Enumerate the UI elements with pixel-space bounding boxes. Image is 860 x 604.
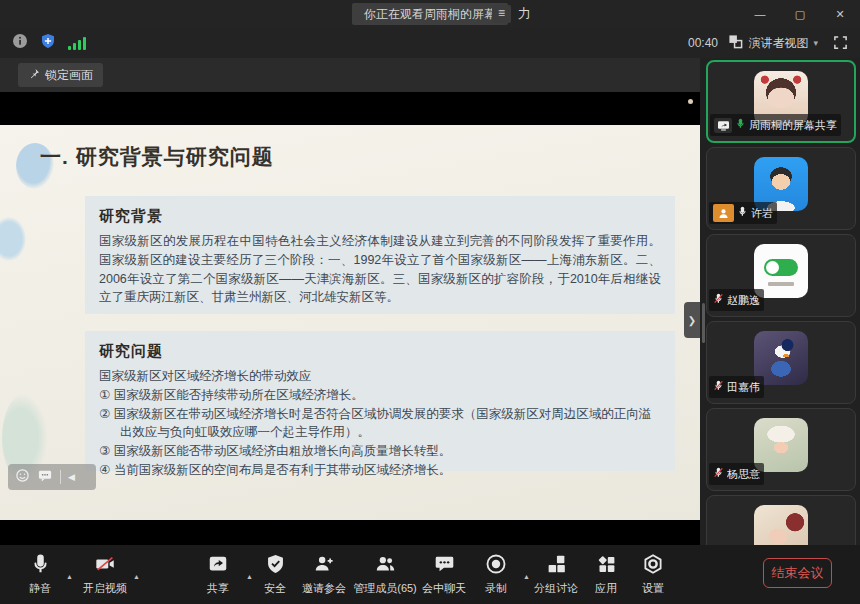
record-button[interactable]: 录制 [485, 552, 508, 596]
invite-label: 邀请参会 [302, 581, 346, 596]
participant-tile[interactable]: 许岩 [706, 147, 856, 230]
toggle-logo-caption [768, 282, 794, 286]
camera-off-icon [93, 552, 118, 576]
participant-name: 杨思意 [727, 467, 760, 482]
participant-name: 周雨桐的屏幕共享 [749, 118, 837, 133]
screen-share-badge-icon [714, 118, 732, 133]
settings-icon [642, 552, 664, 576]
manage-members-label: 管理成员(65) [353, 581, 417, 596]
host-badge-icon [713, 204, 734, 222]
slide-corner-dot [688, 99, 693, 104]
mic-muted-icon [713, 378, 724, 396]
avatar [754, 505, 808, 545]
share-screen-icon [207, 552, 230, 576]
meeting-window: 你正在观看周雨桐的屏幕 ≡ 力 — ▢ ✕ 00:40 演讲者视图 [0, 0, 860, 604]
divider [60, 470, 61, 484]
toggle-logo [764, 259, 798, 276]
watercolor-decoration [0, 217, 26, 261]
shield-check-icon [265, 552, 286, 576]
participant-tile[interactable]: 赵鹏逸 [706, 234, 856, 317]
mic-icon [30, 552, 51, 576]
meeting-info-bar: 00:40 演讲者视图 ▾ [0, 28, 860, 58]
participant-tile-sharing[interactable]: 周雨桐的屏幕共享 [706, 60, 856, 143]
research-background-body: 国家级新区的发展历程在中国特色社会主义经济体制建设从建立到完善的不同阶段发挥了重… [85, 232, 675, 307]
breakout-rooms-label: 分组讨论 [534, 581, 578, 596]
participants-sidebar: 周雨桐的屏幕共享 许岩 [700, 58, 860, 545]
stage-header: 锁定画面 [0, 58, 700, 92]
pin-view-label: 锁定画面 [45, 67, 93, 84]
shared-screen-stage: 一. 研究背景与研究问题 研究背景 国家级新区的发展历程在中国特色社会主义经济体… [0, 92, 700, 545]
mute-label: 静音 [29, 581, 51, 596]
apps-icon [596, 552, 617, 576]
mic-options-caret[interactable]: ▲ [66, 573, 73, 580]
record-icon [485, 552, 508, 576]
chat-button[interactable]: 会中聊天 [422, 552, 466, 596]
record-label: 录制 [485, 581, 507, 596]
members-icon [373, 552, 397, 576]
close-button[interactable]: ✕ [820, 0, 860, 28]
settings-button[interactable]: 设置 [642, 552, 664, 596]
hide-sidebar-handle[interactable]: ❯ [684, 302, 700, 338]
start-video-label: 开启视频 [83, 581, 127, 596]
window-titlebar: 你正在观看周雨桐的屏幕 ≡ 力 — ▢ ✕ [0, 0, 860, 28]
participant-tile-partial[interactable] [706, 495, 856, 545]
apps-button[interactable]: 应用 [595, 552, 617, 596]
security-label: 安全 [264, 581, 286, 596]
quick-chat-icon[interactable] [37, 468, 53, 487]
presentation-slide: 一. 研究背景与研究问题 研究背景 国家级新区的发展历程在中国特色社会主义经济体… [0, 125, 700, 520]
sidebar-scrollbar[interactable] [702, 303, 705, 343]
pin-icon [28, 68, 40, 83]
research-background-heading: 研究背景 [85, 196, 675, 232]
video-options-caret[interactable]: ▲ [133, 573, 140, 580]
fullscreen-icon[interactable] [833, 35, 848, 54]
viewing-banner: 你正在观看周雨桐的屏幕 [352, 3, 508, 25]
research-question-item: ④ 当前国家级新区的空间布局是否有利于其带动区域经济增长。 [85, 461, 675, 480]
mic-on-icon [737, 204, 748, 222]
ime-menu-icon[interactable]: ≡ [492, 5, 511, 23]
end-meeting-button[interactable]: 结束会议 [763, 558, 832, 588]
slide-title: 一. 研究背景与研究问题 [40, 143, 274, 171]
mute-button[interactable]: 静音 [29, 552, 51, 596]
apps-label: 应用 [595, 581, 617, 596]
share-screen-button[interactable]: 共享 [207, 552, 230, 596]
share-options-caret[interactable]: ▲ [246, 573, 253, 580]
settings-label: 设置 [642, 581, 664, 596]
mic-muted-icon [713, 465, 724, 483]
mic-on-icon [735, 116, 746, 134]
info-icon[interactable] [12, 33, 28, 53]
signal-icon[interactable] [68, 36, 86, 50]
minimize-button[interactable]: — [740, 0, 780, 28]
research-questions-heading: 研究问题 [85, 331, 675, 367]
security-button[interactable]: 安全 [264, 552, 286, 596]
maximize-button[interactable]: ▢ [780, 0, 820, 28]
meeting-timer: 00:40 [688, 36, 718, 50]
research-question-item: ① 国家级新区能否持续带动所在区域经济增长。 [85, 386, 675, 405]
meeting-toolbar: 静音 ▲ 开启视频 ▲ 共享 ▲ 安全 邀请参会 [0, 545, 860, 604]
ime-mode-indicator: 力 [518, 5, 531, 23]
chat-label: 会中聊天 [422, 581, 466, 596]
start-video-button[interactable]: 开启视频 [83, 552, 127, 596]
breakout-icon [546, 552, 567, 576]
manage-members-button[interactable]: 管理成员(65) [353, 552, 417, 596]
share-screen-label: 共享 [207, 581, 229, 596]
view-mode-selector[interactable]: 演讲者视图 ▾ [728, 34, 818, 52]
participant-name: 许岩 [751, 206, 773, 221]
invite-icon [312, 552, 336, 576]
invite-button[interactable]: 邀请参会 [302, 552, 346, 596]
participant-tile[interactable]: 杨思意 [706, 408, 856, 491]
emoji-reaction-icon[interactable] [15, 468, 30, 487]
participant-tile[interactable]: 田嘉伟 [706, 321, 856, 404]
participant-name: 田嘉伟 [727, 380, 760, 395]
participant-name: 赵鹏逸 [727, 293, 760, 308]
shield-plus-icon[interactable] [40, 33, 56, 53]
breakout-rooms-button[interactable]: 分组讨论 [534, 552, 578, 596]
research-questions-box: 研究问题 国家级新区对区域经济增长的带动效应 ① 国家级新区能否持续带动所在区域… [85, 331, 675, 471]
pin-view-button[interactable]: 锁定画面 [18, 63, 103, 87]
collapse-toolbar-icon[interactable]: ◀ [68, 472, 75, 482]
mic-muted-icon [713, 291, 724, 309]
research-questions-intro: 国家级新区对区域经济增长的带动效应 [85, 367, 675, 386]
chat-icon [433, 552, 456, 576]
chevron-down-icon: ▾ [813, 38, 818, 48]
research-background-box: 研究背景 国家级新区的发展历程在中国特色社会主义经济体制建设从建立到完善的不同阶… [85, 196, 675, 314]
record-options-caret[interactable]: ▲ [523, 573, 530, 580]
